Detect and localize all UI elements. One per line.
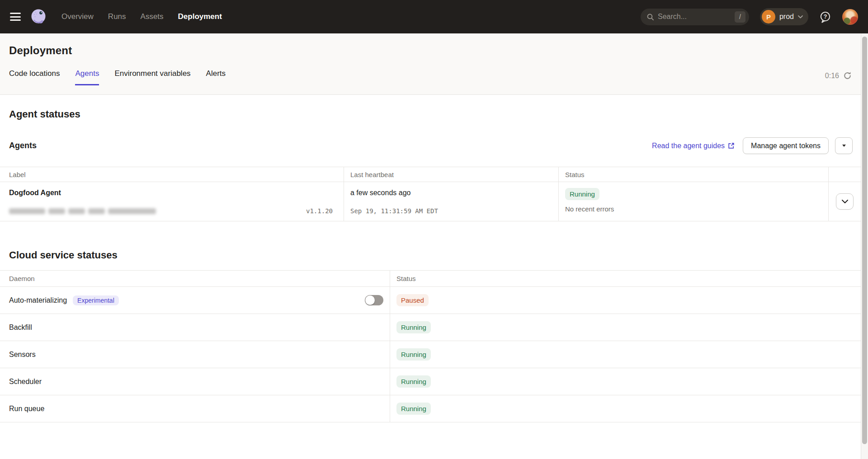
daemon-name: Run queue <box>9 405 44 413</box>
agents-subheading: Agents <box>9 141 37 150</box>
org-name: prod <box>779 13 794 21</box>
cloud-services-table: Daemon Status Auto-materializing Experim… <box>0 270 861 422</box>
cloud-row-run-queue: Run queue Running <box>0 395 861 422</box>
cloud-row-backfill: Backfill Running <box>0 314 861 341</box>
tab-environment-variables[interactable]: Environment variables <box>114 69 190 85</box>
nav-link-deployment[interactable]: Deployment <box>178 12 222 21</box>
agent-actions-cell <box>828 182 861 221</box>
daemon-cell: Scheduler <box>0 368 390 395</box>
column-header-last-heartbeat: Last heartbeat <box>344 167 558 182</box>
daemon-name: Auto-materializing <box>9 296 67 304</box>
svg-text:?: ? <box>824 13 827 19</box>
refresh-area: 0:16 <box>825 71 859 85</box>
refresh-icon[interactable] <box>843 71 852 80</box>
daemon-status-cell: Paused <box>390 287 861 314</box>
help-question-icon: ? <box>819 11 831 23</box>
manage-agent-tokens-button[interactable]: Manage agent tokens <box>743 137 829 154</box>
tab-alerts[interactable]: Alerts <box>206 69 226 85</box>
search-shortcut-key: / <box>735 11 745 23</box>
daemon-name: Sensors <box>9 351 36 359</box>
status-badge: Running <box>396 321 431 333</box>
help-button[interactable]: ? <box>819 11 831 23</box>
user-avatar[interactable] <box>842 9 858 25</box>
heartbeat-relative-time: a few seconds ago <box>350 189 552 197</box>
cloud-row-sensors: Sensors Running <box>0 341 861 368</box>
cloud-table-header: Daemon Status <box>0 271 861 287</box>
agent-name: Dogfood Agent <box>9 189 333 197</box>
main-content: Agent statuses Agents Read the agent gui… <box>0 108 861 422</box>
agents-subheader-row: Agents Read the agent guides Manage agen… <box>9 137 853 154</box>
daemon-cell: Sensors <box>0 341 390 368</box>
caret-down-icon <box>842 145 846 147</box>
status-badge: Paused <box>396 294 429 306</box>
agent-guides-link[interactable]: Read the agent guides <box>652 142 735 150</box>
daemon-status-cell: Running <box>390 341 861 368</box>
experimental-badge: Experimental <box>73 295 119 305</box>
heartbeat-timestamp: Sep 19, 11:31:59 AM EDT <box>350 207 552 215</box>
nav-link-assets[interactable]: Assets <box>141 12 164 21</box>
external-link-icon <box>728 142 735 149</box>
daemon-name: Scheduler <box>9 378 42 386</box>
agents-actions: Read the agent guides Manage agent token… <box>652 137 853 154</box>
daemon-cell: Backfill <box>0 314 390 341</box>
column-header-label: Label <box>0 171 344 178</box>
daemon-cell: Auto-materializing Experimental <box>0 287 390 314</box>
cloud-row-auto-materializing: Auto-materializing Experimental Paused <box>0 287 861 314</box>
tab-agents[interactable]: Agents <box>75 69 99 85</box>
agents-table-header: Label Last heartbeat Status <box>0 167 861 182</box>
status-badge: Running <box>396 375 431 388</box>
agent-label-cell: Dogfood Agent v1.1.20 <box>0 182 344 221</box>
status-badge: Running <box>396 348 431 361</box>
agent-errors-note: No recent errors <box>565 205 614 213</box>
chevron-down-icon <box>842 200 848 203</box>
column-header-daemon: Daemon <box>0 275 390 282</box>
scrollbar-thumb[interactable] <box>862 37 867 444</box>
agent-actions-dropdown-button[interactable] <box>835 137 853 154</box>
agent-table-row: Dogfood Agent v1.1.20 a few seconds ago … <box>0 182 861 221</box>
column-header-status: Status <box>390 271 861 286</box>
org-avatar: P <box>762 10 775 23</box>
agent-statuses-heading: Agent statuses <box>9 108 852 120</box>
chevron-down-icon <box>798 15 803 19</box>
tab-code-locations[interactable]: Code locations <box>9 69 60 85</box>
nav-right-group: / P prod ? <box>641 8 858 25</box>
daemon-status-cell: Running <box>390 368 861 395</box>
nav-link-overview[interactable]: Overview <box>61 12 94 21</box>
search-box[interactable]: / <box>641 9 749 25</box>
daemon-status-cell: Running <box>390 395 861 422</box>
agent-heartbeat-cell: a few seconds ago Sep 19, 11:31:59 AM ED… <box>344 182 558 221</box>
tab-bar: Code locations Agents Environment variab… <box>9 69 859 85</box>
agent-status-badge: Running <box>565 188 599 200</box>
agent-id-redacted <box>9 208 156 214</box>
daemon-name: Backfill <box>9 323 32 332</box>
auto-materializing-toggle[interactable] <box>365 295 383 305</box>
page-header: Deployment Code locations Agents Environ… <box>0 33 868 95</box>
primary-nav-links: Overview Runs Assets Deployment <box>61 12 222 21</box>
search-input[interactable] <box>658 13 735 21</box>
cloud-service-statuses-heading: Cloud service statuses <box>9 249 852 261</box>
nav-link-runs[interactable]: Runs <box>108 12 126 21</box>
column-header-actions <box>828 167 861 182</box>
dagster-octopus-logo[interactable] <box>30 8 47 25</box>
org-switcher[interactable]: P prod <box>760 8 808 25</box>
agents-table: Label Last heartbeat Status Dogfood Agen… <box>0 167 861 221</box>
daemon-status-cell: Running <box>390 314 861 341</box>
status-badge: Running <box>396 403 431 415</box>
search-icon <box>646 13 654 21</box>
page-title: Deployment <box>9 44 859 57</box>
top-nav: Overview Runs Assets Deployment / P prod <box>0 0 868 33</box>
agent-expand-button[interactable] <box>836 193 854 210</box>
hamburger-menu-icon[interactable] <box>10 13 21 21</box>
agent-guides-link-label: Read the agent guides <box>652 142 725 150</box>
cloud-row-scheduler: Scheduler Running <box>0 368 861 395</box>
agent-version: v1.1.20 <box>306 207 333 215</box>
agent-status-cell: Running No recent errors <box>558 182 828 221</box>
daemon-cell: Run queue <box>0 395 390 422</box>
column-header-status: Status <box>558 167 828 182</box>
vertical-scrollbar <box>861 33 868 459</box>
toggle-knob <box>365 295 375 305</box>
refresh-countdown: 0:16 <box>825 72 839 80</box>
